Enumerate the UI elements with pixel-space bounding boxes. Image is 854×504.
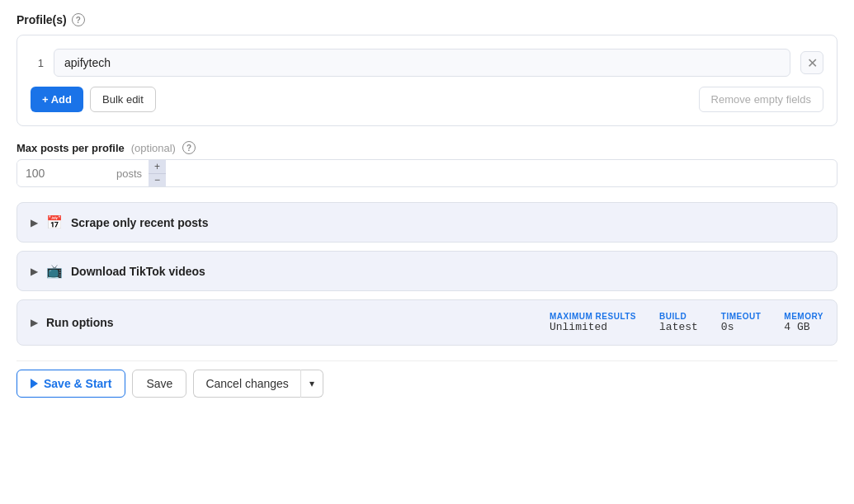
profile-row: 1 ✕: [31, 49, 823, 77]
run-stats: MAXIMUM RESULTS Unlimited BUILD latest T…: [550, 312, 823, 333]
download-videos-icon: 📺: [46, 263, 63, 279]
max-posts-label: Max posts per profile: [17, 142, 125, 154]
run-stat-memory: MEMORY 4 GB: [784, 312, 823, 333]
play-icon: [31, 379, 38, 389]
run-stat-timeout: TIMEOUT 0s: [721, 312, 762, 333]
run-stat-max-results: MAXIMUM RESULTS Unlimited: [550, 312, 636, 333]
profiles-section-label: Profile(s) ?: [17, 13, 837, 26]
profiles-label: Profile(s): [17, 13, 67, 26]
timeout-label: TIMEOUT: [721, 312, 762, 321]
bulk-edit-button[interactable]: Bulk edit: [90, 87, 156, 112]
posts-unit: posts: [116, 167, 149, 180]
remove-profile-button[interactable]: ✕: [800, 51, 823, 74]
max-posts-stepper-wrapper: posts + −: [17, 159, 837, 187]
build-label: BUILD: [659, 312, 687, 321]
scrape-recent-section: ▶ 📅 Scrape only recent posts: [17, 202, 837, 243]
max-posts-help-icon[interactable]: ?: [182, 141, 196, 154]
profile-number: 1: [31, 57, 44, 69]
run-options-header[interactable]: ▶ Run options MAXIMUM RESULTS Unlimited …: [17, 300, 837, 345]
run-stat-build: BUILD latest: [659, 312, 698, 333]
profiles-container: 1 ✕ + Add Bulk edit Remove empty fields: [17, 35, 837, 126]
cancel-button[interactable]: Cancel changes: [193, 370, 300, 398]
download-videos-chevron: ▶: [31, 266, 38, 277]
max-posts-optional: (optional): [131, 142, 176, 154]
max-results-value: Unlimited: [550, 321, 607, 333]
download-videos-header[interactable]: ▶ 📺 Download TikTok videos: [17, 252, 837, 290]
download-videos-title: Download TikTok videos: [71, 265, 205, 278]
footer-bar: Save & Start Save Cancel changes ▾: [17, 360, 837, 406]
max-posts-row: Max posts per profile (optional) ?: [17, 141, 837, 154]
save-start-button[interactable]: Save & Start: [17, 370, 125, 398]
save-button[interactable]: Save: [132, 370, 186, 398]
scrape-recent-header[interactable]: ▶ 📅 Scrape only recent posts: [17, 203, 837, 242]
scrape-recent-title: Scrape only recent posts: [71, 216, 209, 229]
max-results-label: MAXIMUM RESULTS: [550, 312, 636, 321]
memory-value: 4 GB: [784, 321, 809, 333]
run-options-chevron: ▶: [31, 317, 38, 328]
save-start-label: Save & Start: [44, 377, 111, 390]
profiles-help-icon[interactable]: ?: [72, 13, 85, 26]
cancel-dropdown-button[interactable]: ▾: [300, 370, 323, 398]
remove-empty-button[interactable]: Remove empty fields: [699, 87, 823, 112]
stepper-buttons: + −: [149, 160, 166, 186]
download-videos-section: ▶ 📺 Download TikTok videos: [17, 251, 837, 291]
cancel-group: Cancel changes ▾: [193, 370, 323, 398]
max-posts-stepper: posts + −: [17, 159, 837, 187]
add-profile-button[interactable]: + Add: [31, 87, 83, 112]
run-options-left: ▶ Run options: [31, 316, 114, 329]
profile-actions: + Add Bulk edit Remove empty fields: [31, 87, 823, 112]
scrape-recent-icon: 📅: [46, 214, 63, 230]
profile-actions-left: + Add Bulk edit: [31, 87, 156, 112]
build-value: latest: [659, 321, 698, 333]
profile-input[interactable]: [54, 49, 790, 77]
run-options-title: Run options: [46, 316, 114, 329]
run-options-section: ▶ Run options MAXIMUM RESULTS Unlimited …: [17, 299, 837, 346]
scrape-recent-chevron: ▶: [31, 217, 38, 228]
max-posts-input[interactable]: [17, 162, 116, 185]
memory-label: MEMORY: [784, 312, 823, 321]
stepper-increment[interactable]: +: [149, 160, 166, 174]
stepper-decrement[interactable]: −: [149, 174, 166, 187]
timeout-value: 0s: [721, 321, 734, 333]
